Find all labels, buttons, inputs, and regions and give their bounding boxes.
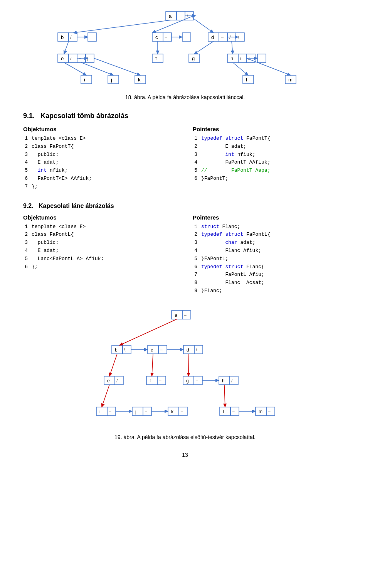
- node-j: j: [108, 75, 119, 84]
- bt-node-k: k −: [168, 407, 187, 416]
- node-h: h i /: [227, 54, 257, 63]
- node-c: c −: [152, 33, 182, 41]
- code-line: 1struct Flanc;: [193, 223, 347, 231]
- svg-rect-120: [220, 407, 230, 416]
- section2-heading: 9.2. Kapcsolati lánc ábrázolás: [23, 203, 347, 210]
- svg-text:j: j: [111, 77, 112, 83]
- svg-text:g: g: [186, 378, 189, 384]
- svg-text:−: −: [180, 409, 183, 414]
- node-i: i: [81, 75, 92, 84]
- code-line: 1template <class E>: [23, 135, 177, 143]
- section2-code: Objektumos 1template <class E> 2class Fa…: [23, 214, 347, 295]
- section1-right-col: Pointeres 1typedef struct FaPontT{ 2 E a…: [193, 126, 347, 183]
- svg-text:−: −: [109, 409, 111, 414]
- left-header-1: Objektumos: [23, 126, 177, 132]
- code-line: 3 public:: [23, 151, 177, 159]
- section1-left-code: 1template <class E> 2class FaPontT{ 3 pu…: [23, 135, 177, 191]
- bt-node-j: j −: [132, 407, 168, 416]
- svg-text:m: m: [259, 409, 262, 414]
- svg-text:f: f: [155, 56, 157, 61]
- svg-text:c: c: [151, 347, 153, 353]
- section1-left-col: Objektumos 1template <class E> 2class Fa…: [23, 126, 177, 191]
- svg-text:l: l: [223, 409, 224, 414]
- bt-node-a: a −: [172, 311, 191, 319]
- bt-node-f: f −: [146, 376, 166, 385]
- code-line: 4 FaPontT ΛΛfiuk;: [193, 159, 347, 167]
- svg-line-130: [109, 354, 117, 376]
- node-g: g: [189, 54, 200, 63]
- svg-rect-106: [96, 407, 107, 416]
- node-l: l: [243, 75, 254, 84]
- code-line: 3 int nfiuk;: [193, 151, 347, 159]
- svg-line-65: [232, 41, 233, 54]
- top-tree-svg: a − \ b / c −: [23, 8, 347, 89]
- code-line: 9}Flanc;: [193, 287, 347, 295]
- svg-rect-80: [148, 345, 158, 354]
- svg-line-66: [64, 63, 86, 75]
- code-line: 1template <class E>: [23, 223, 177, 231]
- svg-rect-116: [168, 407, 179, 416]
- svg-text:d: d: [211, 34, 214, 40]
- code-line: 5}FaPontL;: [193, 255, 347, 263]
- svg-text:−: −: [232, 409, 235, 414]
- svg-text:g: g: [192, 56, 195, 61]
- section1-heading: 9.1. Kapcsolati tömb ábrázolás: [23, 112, 347, 120]
- code-line: 7};: [23, 183, 177, 191]
- bt-node-h: h /: [219, 376, 238, 385]
- svg-text:/: /: [70, 34, 72, 40]
- code-line: 3 char adat;: [193, 239, 347, 247]
- svg-line-68: [94, 58, 140, 75]
- svg-text:m: m: [288, 77, 293, 83]
- code-line: 6};: [23, 263, 177, 271]
- code-line: 5// FaPontT Λapa;: [193, 167, 347, 175]
- svg-line-131: [152, 354, 153, 376]
- bottom-tree-diagram: a − b \ c − d /: [23, 307, 347, 430]
- svg-text:a: a: [169, 13, 172, 19]
- svg-text:a: a: [175, 313, 177, 318]
- svg-rect-48: [257, 54, 266, 63]
- code-line: 3 public:: [23, 239, 177, 247]
- page-number: 13: [23, 452, 347, 458]
- svg-rect-55: [243, 75, 254, 84]
- svg-text:b: b: [115, 347, 118, 353]
- svg-text:−: −: [165, 34, 168, 40]
- svg-line-133: [102, 385, 109, 407]
- svg-text:c: c: [155, 34, 158, 40]
- svg-text:d: d: [187, 347, 189, 353]
- bt-node-e: e /: [104, 376, 123, 385]
- bt-node-m: m −: [256, 407, 275, 416]
- svg-line-62: [64, 41, 69, 54]
- svg-text:−: −: [159, 378, 161, 384]
- bottom-caption: 19. ábra. A példa fa ábrázolása elsőfiú-…: [23, 434, 347, 440]
- code-line: 5 Lanc<FaPontL Λ> Λfiuk;: [23, 255, 177, 263]
- svg-text:h: h: [230, 56, 233, 61]
- code-line: 4 E adat;: [23, 247, 177, 255]
- svg-line-60: [152, 16, 193, 33]
- svg-text:/: /: [196, 347, 197, 353]
- svg-text:−: −: [145, 409, 147, 414]
- code-line: 2typedef struct FaPontL{: [193, 231, 347, 239]
- code-line: 2 E adat;: [193, 143, 347, 151]
- bt-node-c: c −: [148, 345, 183, 354]
- svg-line-70: [247, 58, 291, 75]
- svg-text:−: −: [178, 13, 182, 19]
- svg-text:f: f: [150, 378, 151, 384]
- svg-rect-18: [182, 33, 191, 41]
- node-e: e / − |: [58, 54, 94, 63]
- bt-node-l: l −: [220, 407, 256, 416]
- svg-rect-111: [132, 407, 143, 416]
- svg-text:−: −: [184, 313, 187, 318]
- svg-text:/: /: [231, 378, 233, 384]
- svg-text:−: −: [221, 34, 224, 40]
- svg-rect-49: [81, 75, 92, 84]
- top-caption: 18. ábra. A példa fa ábrázolása kapcsola…: [23, 94, 347, 100]
- svg-text:i: i: [99, 409, 101, 414]
- svg-rect-93: [146, 376, 157, 385]
- section2-left-code: 1template <class E> 2class FaPontL{ 3 pu…: [23, 223, 177, 271]
- svg-text:h: h: [222, 378, 225, 384]
- left-header-2: Objektumos: [23, 214, 177, 221]
- node-d: d − / \: [208, 33, 244, 41]
- section1-code: Objektumos 1template <class E> 2class Fa…: [23, 126, 347, 191]
- bottom-tree-svg: a − b \ c − d /: [73, 307, 297, 430]
- svg-text:−: −: [160, 347, 163, 353]
